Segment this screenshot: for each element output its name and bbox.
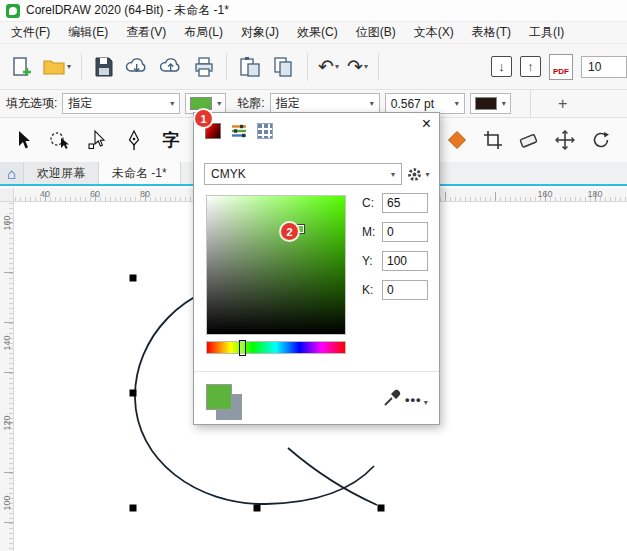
- rotate-tool[interactable]: [588, 125, 614, 155]
- eyedropper-icon: [382, 388, 402, 408]
- open-document-button[interactable]: ▾: [38, 48, 75, 86]
- import-icon: ↓: [491, 56, 512, 77]
- fill-options-label: 填充选项:: [6, 95, 57, 112]
- copy-button[interactable]: [267, 48, 301, 86]
- tab-untitled-document[interactable]: 未命名 -1*: [99, 162, 181, 184]
- propbar-separator: [530, 90, 531, 118]
- pen-tool[interactable]: [121, 125, 147, 155]
- channel-c-input[interactable]: [382, 193, 428, 213]
- channel-y-label: Y:: [362, 254, 377, 268]
- tab-welcome-screen[interactable]: 欢迎屏幕: [24, 162, 99, 184]
- crop-tool[interactable]: [480, 125, 506, 155]
- print-button[interactable]: [188, 48, 220, 86]
- menu-effects[interactable]: 效果(C): [288, 22, 347, 43]
- color-palettes-mode-button[interactable]: [256, 122, 274, 140]
- channel-k-label: K:: [362, 283, 377, 297]
- outline-mode-dropdown[interactable]: 指定 ▾: [270, 93, 380, 114]
- import-button[interactable]: ↓: [487, 48, 516, 86]
- shape-edit-tool[interactable]: [444, 125, 470, 155]
- paste-button[interactable]: [233, 48, 267, 86]
- color-field[interactable]: [206, 195, 346, 335]
- channel-row-y: Y:: [362, 251, 434, 271]
- export-button[interactable]: ↑: [516, 48, 545, 86]
- undo-icon: ↶: [318, 57, 334, 76]
- menu-file[interactable]: 文件(F): [2, 22, 59, 43]
- text-tool[interactable]: 字: [158, 125, 184, 155]
- hue-slider-handle[interactable]: [239, 340, 246, 356]
- menu-tools[interactable]: 工具(I): [520, 22, 573, 43]
- menu-layout[interactable]: 布局(L): [175, 22, 232, 43]
- open-dropdown-arrow[interactable]: ▾: [67, 62, 71, 71]
- window-title: CorelDRAW 2020 (64-Bit) - 未命名 -1*: [26, 2, 229, 19]
- menu-edit[interactable]: 编辑(E): [59, 22, 117, 43]
- fill-mode-dropdown[interactable]: 指定 ▾: [62, 93, 180, 114]
- shape-tool[interactable]: [84, 125, 110, 155]
- standard-toolbar: ▾: [0, 44, 627, 90]
- menu-object[interactable]: 对象(J): [232, 22, 288, 43]
- redo-icon: ↷: [347, 57, 363, 76]
- ruler-label: 160: [537, 189, 552, 199]
- menu-table[interactable]: 表格(T): [463, 22, 520, 43]
- app-logo-icon: [6, 4, 20, 18]
- publish-to-pdf-button[interactable]: PDF: [545, 48, 577, 86]
- channel-row-k: K:: [362, 280, 434, 300]
- outline-color-swatch: [475, 97, 497, 110]
- eyedropper-button[interactable]: [382, 388, 402, 408]
- chevron-down-icon: ▾: [502, 99, 506, 108]
- new-color-swatch: [206, 384, 232, 410]
- ruler-label: 180: [587, 189, 602, 199]
- fill-color-swatch: [190, 97, 212, 110]
- open-from-cloud-button[interactable]: [120, 48, 154, 86]
- add-property-button[interactable]: +: [552, 95, 574, 113]
- channel-m-input[interactable]: [382, 222, 428, 242]
- new-document-icon: [10, 55, 34, 79]
- close-icon[interactable]: ×: [422, 116, 431, 132]
- more-options-button[interactable]: ••• ▾: [405, 392, 429, 407]
- title-bar: CorelDRAW 2020 (64-Bit) - 未命名 -1*: [0, 0, 627, 22]
- eraser-tool[interactable]: [516, 125, 542, 155]
- pick-arrow-icon: [12, 129, 34, 151]
- menu-view[interactable]: 查看(V): [117, 22, 175, 43]
- color-sliders-mode-button[interactable]: [230, 122, 248, 140]
- redo-button[interactable]: ↷ ▾: [343, 48, 372, 86]
- freehand-pick-tool[interactable]: [47, 125, 73, 155]
- toolbox-row-right: ▾: [444, 118, 627, 162]
- pick-tool[interactable]: [10, 125, 36, 155]
- hue-slider[interactable]: [206, 341, 346, 354]
- toolbar-separator: [81, 53, 82, 81]
- channel-k-input[interactable]: [382, 280, 428, 300]
- save-to-cloud-button[interactable]: [154, 48, 188, 86]
- paste-icon: [237, 55, 263, 79]
- chevron-down-icon: ▾: [217, 99, 221, 108]
- color-model-dropdown[interactable]: CMYK ▾: [204, 163, 402, 185]
- dialog-divider: [194, 371, 439, 372]
- freehand-pick-icon: [48, 129, 72, 151]
- undo-button[interactable]: ↶ ▾: [314, 48, 343, 86]
- channel-y-input[interactable]: [382, 251, 428, 271]
- chevron-down-icon: ▾: [370, 99, 374, 108]
- save-icon: [92, 55, 116, 79]
- home-icon[interactable]: ⌂: [0, 162, 24, 184]
- undo-dropdown-arrow[interactable]: ▾: [335, 62, 339, 71]
- cloud-download-icon: [124, 55, 150, 79]
- redo-dropdown-arrow[interactable]: ▾: [364, 62, 368, 71]
- outline-width-value: 0.567 pt: [391, 97, 434, 111]
- step-2-badge: 2: [281, 223, 298, 240]
- new-document-button[interactable]: [6, 48, 38, 86]
- save-button[interactable]: [88, 48, 120, 86]
- color-palette-grid-icon: [257, 123, 273, 139]
- ruler-label: 40: [40, 189, 50, 199]
- toolbar-separator: [378, 53, 379, 81]
- outline-color-dropdown[interactable]: ▾: [470, 93, 511, 114]
- transform-tool[interactable]: [552, 125, 578, 155]
- fill-color-picker-dialog: × CMYK ▾ ▾: [193, 112, 440, 425]
- color-options-button[interactable]: ▾: [404, 163, 432, 185]
- zoom-level-value: 10: [588, 60, 601, 74]
- outline-width-dropdown[interactable]: 0.567 pt ▾: [385, 93, 465, 114]
- menu-bitmaps[interactable]: 位图(B): [347, 22, 405, 43]
- menu-text[interactable]: 文本(X): [405, 22, 463, 43]
- chevron-down-icon: ▾: [455, 99, 459, 108]
- zoom-level-input[interactable]: 10: [581, 56, 627, 78]
- chevron-down-icon: ▾: [424, 398, 429, 407]
- corner-shape-icon: [446, 129, 468, 151]
